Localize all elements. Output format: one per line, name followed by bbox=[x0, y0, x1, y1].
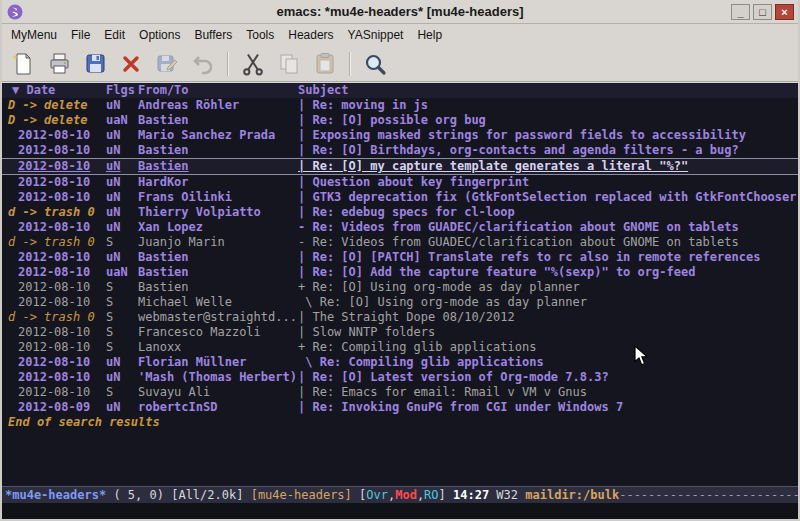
menu-edit[interactable]: Edit bbox=[97, 25, 132, 45]
modeline-segment: *mu4e-headers* bbox=[5, 488, 106, 502]
column-header-from[interactable]: From/To bbox=[138, 83, 298, 98]
subject-cell: \ Re: Compiling glib applications bbox=[298, 355, 798, 370]
flags-cell: S bbox=[106, 385, 138, 400]
modeline-segment: ( 5, 0) [All/2.0k] bbox=[106, 488, 251, 502]
mark-cell: d -> trash 0 bbox=[8, 235, 106, 250]
window-controls: _ □ × bbox=[731, 4, 794, 20]
message-row[interactable]: 2012-08-09uNrobertcInSD| Re: Invoking Gn… bbox=[2, 400, 798, 415]
message-row[interactable]: 2012-08-10SBastien+ Re: [O] Using org-mo… bbox=[2, 280, 798, 295]
modeline-segment: Ovr bbox=[366, 488, 388, 502]
date-cell: 2012-08-10 bbox=[8, 385, 106, 400]
menu-file[interactable]: File bbox=[64, 25, 97, 45]
message-row[interactable]: 2012-08-10uNFlorian Müllner \ Re: Compil… bbox=[2, 355, 798, 370]
modeline-segment: 14:27 bbox=[453, 488, 489, 502]
mark-cell: D -> delete bbox=[8, 98, 106, 113]
message-row[interactable]: 2012-08-10uaNBastien| Re: [O] Add the ca… bbox=[2, 265, 798, 280]
message-row[interactable]: 2012-08-10uNXan Lopez- Re: Videos from G… bbox=[2, 220, 798, 235]
flags-cell: uN bbox=[106, 400, 138, 415]
new-file-button[interactable] bbox=[8, 50, 38, 78]
mark-cell: d -> trash 0 bbox=[8, 310, 106, 325]
toolbar-separator bbox=[349, 52, 351, 76]
from-cell: Bastien bbox=[138, 250, 298, 265]
column-header-subject[interactable]: Subject bbox=[298, 83, 798, 98]
date-cell: 2012-08-10 bbox=[8, 175, 106, 190]
kill-buffer-button[interactable] bbox=[116, 50, 146, 78]
titlebar: emacs: *mu4e-headers* [mu4e-headers] _ □… bbox=[2, 0, 798, 24]
message-row[interactable]: 2012-08-10uNFrans Oilinki| GTK3 deprecat… bbox=[2, 190, 798, 205]
from-cell: Bastien bbox=[138, 143, 298, 158]
copy-button bbox=[274, 50, 304, 78]
message-row[interactable]: 2012-08-10uNBastien| Re: [O] [PATCH] Tra… bbox=[2, 250, 798, 265]
save-as-icon bbox=[155, 52, 179, 76]
from-cell: Andreas Röhler bbox=[138, 98, 298, 113]
date-cell: 2012-08-10 bbox=[8, 355, 106, 370]
message-row[interactable]: 2012-08-10SSuvayu Ali| Re: Emacs for ema… bbox=[2, 385, 798, 400]
menu-yasnippet[interactable]: YASnippet bbox=[341, 25, 411, 45]
mark-cell: d -> trash 0 bbox=[8, 205, 106, 220]
maximize-button[interactable]: □ bbox=[753, 4, 772, 20]
modeline-segment: ] bbox=[439, 488, 453, 502]
undo-button bbox=[188, 50, 218, 78]
menu-tools[interactable]: Tools bbox=[239, 25, 281, 45]
close-button[interactable]: × bbox=[775, 4, 794, 20]
modeline-segment: ----------------------------------------… bbox=[619, 488, 798, 502]
menu-mymenu[interactable]: MyMenu bbox=[4, 25, 64, 45]
menu-headers[interactable]: Headers bbox=[281, 25, 340, 45]
from-cell: webmaster@straightd... bbox=[138, 310, 298, 325]
column-header-flags[interactable]: Flgs bbox=[106, 83, 138, 98]
cut-button[interactable] bbox=[238, 50, 268, 78]
message-row[interactable]: D -> deleteuNAndreas Röhler| Re: moving … bbox=[2, 98, 798, 113]
flags-cell: uaN bbox=[106, 265, 138, 280]
flags-cell: uN bbox=[106, 250, 138, 265]
menu-options[interactable]: Options bbox=[132, 25, 187, 45]
message-row[interactable]: 2012-08-10SFrancesco Mazzoli| Slow NNTP … bbox=[2, 325, 798, 340]
subject-cell: | Slow NNTP folders bbox=[298, 325, 798, 340]
date-cell: 2012-08-09 bbox=[8, 400, 106, 415]
message-row[interactable]: 2012-08-10uNBastien| Re: [O] Birthdays, … bbox=[2, 143, 798, 158]
column-header-date[interactable]: ▼ Date bbox=[8, 83, 106, 98]
modeline-segment: [mu4e-headers] bbox=[251, 488, 352, 502]
message-row[interactable]: 2012-08-10uNMario Sanchez Prada| Exposin… bbox=[2, 128, 798, 143]
print-button[interactable] bbox=[44, 50, 74, 78]
flags-cell: uN bbox=[106, 370, 138, 385]
message-row[interactable]: d -> trash 0Swebmaster@straightd...| The… bbox=[2, 310, 798, 325]
subject-cell: + Re: [O] Using org-mode as day planner bbox=[298, 280, 798, 295]
message-row[interactable]: d -> trash 0uNThierry Volpiatto| Re: ede… bbox=[2, 205, 798, 220]
buffer-area: ▼ Date Flgs From/To Subject D -> deleteu… bbox=[2, 82, 798, 486]
message-row[interactable]: 2012-08-10SMichael Welle \ Re: [O] Using… bbox=[2, 295, 798, 310]
end-of-search-results: End of search results bbox=[2, 415, 798, 430]
message-row[interactable]: 2012-08-10SLanoxx+ Re: Compiling glib ap… bbox=[2, 340, 798, 355]
message-row[interactable]: d -> trash 0SJuanjo Marin- Re: Videos fr… bbox=[2, 235, 798, 250]
from-cell: Bastien bbox=[138, 159, 298, 174]
date-cell: 2012-08-10 bbox=[8, 159, 106, 174]
date-cell: 2012-08-10 bbox=[8, 220, 106, 235]
flags-cell: uN bbox=[106, 159, 138, 174]
date-cell: 2012-08-10 bbox=[8, 325, 106, 340]
date-cell: 2012-08-10 bbox=[8, 265, 106, 280]
message-row[interactable]: 2012-08-10uNBastien| Re: [O] my capture … bbox=[2, 158, 798, 175]
flags-cell: S bbox=[106, 310, 138, 325]
minimize-button[interactable]: _ bbox=[731, 4, 750, 20]
menu-help[interactable]: Help bbox=[410, 25, 449, 45]
search-button[interactable] bbox=[360, 50, 390, 78]
message-row[interactable]: 2012-08-10uNHardKor| Question about key … bbox=[2, 175, 798, 190]
modeline-segment: W32 bbox=[489, 488, 525, 502]
subject-cell: | Re: [O] possible org bug bbox=[298, 113, 798, 128]
save-as-button bbox=[152, 50, 182, 78]
from-cell: Lanoxx bbox=[138, 340, 298, 355]
menu-buffers[interactable]: Buffers bbox=[187, 25, 239, 45]
save-button[interactable] bbox=[80, 50, 110, 78]
message-row[interactable]: D -> deleteuaNBastien| Re: [O] possible … bbox=[2, 113, 798, 128]
from-cell: Bastien bbox=[138, 265, 298, 280]
subject-cell: | Re: [O] Add the capture feature "%(sex… bbox=[298, 265, 798, 280]
from-cell: Michael Welle bbox=[138, 295, 298, 310]
message-row[interactable]: 2012-08-10uN'Mash (Thomas Herbert)| Re: … bbox=[2, 370, 798, 385]
from-cell: Frans Oilinki bbox=[138, 190, 298, 205]
from-cell: Bastien bbox=[138, 280, 298, 295]
paste-button bbox=[310, 50, 340, 78]
modeline-segment: RO bbox=[424, 488, 438, 502]
flags-cell: uN bbox=[106, 190, 138, 205]
minibuffer[interactable] bbox=[2, 503, 798, 519]
flags-cell: S bbox=[106, 340, 138, 355]
new-file-icon bbox=[11, 52, 35, 76]
